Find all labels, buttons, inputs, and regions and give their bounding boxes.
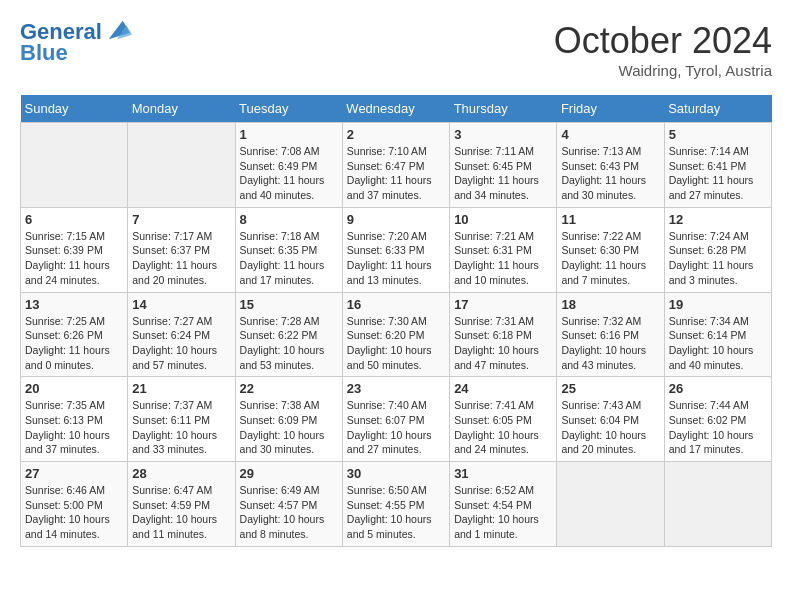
logo-icon (104, 16, 132, 44)
calendar-week-row: 27 Sunrise: 6:46 AMSunset: 5:00 PMDaylig… (21, 462, 772, 547)
calendar-cell: 18 Sunrise: 7:32 AMSunset: 6:16 PMDaylig… (557, 292, 664, 377)
calendar-cell: 2 Sunrise: 7:10 AMSunset: 6:47 PMDayligh… (342, 123, 449, 208)
day-info: Sunrise: 7:17 AMSunset: 6:37 PMDaylight:… (132, 229, 230, 288)
day-number: 28 (132, 466, 230, 481)
day-number: 26 (669, 381, 767, 396)
calendar-cell: 3 Sunrise: 7:11 AMSunset: 6:45 PMDayligh… (450, 123, 557, 208)
day-header-friday: Friday (557, 95, 664, 123)
day-header-monday: Monday (128, 95, 235, 123)
day-number: 23 (347, 381, 445, 396)
day-number: 3 (454, 127, 552, 142)
calendar-cell: 14 Sunrise: 7:27 AMSunset: 6:24 PMDaylig… (128, 292, 235, 377)
calendar-cell: 12 Sunrise: 7:24 AMSunset: 6:28 PMDaylig… (664, 207, 771, 292)
day-info: Sunrise: 7:20 AMSunset: 6:33 PMDaylight:… (347, 229, 445, 288)
calendar-cell: 19 Sunrise: 7:34 AMSunset: 6:14 PMDaylig… (664, 292, 771, 377)
day-info: Sunrise: 7:27 AMSunset: 6:24 PMDaylight:… (132, 314, 230, 373)
day-info: Sunrise: 7:38 AMSunset: 6:09 PMDaylight:… (240, 398, 338, 457)
day-number: 29 (240, 466, 338, 481)
calendar-cell: 25 Sunrise: 7:43 AMSunset: 6:04 PMDaylig… (557, 377, 664, 462)
calendar-cell: 20 Sunrise: 7:35 AMSunset: 6:13 PMDaylig… (21, 377, 128, 462)
day-info: Sunrise: 7:15 AMSunset: 6:39 PMDaylight:… (25, 229, 123, 288)
day-number: 31 (454, 466, 552, 481)
day-number: 11 (561, 212, 659, 227)
calendar-cell: 9 Sunrise: 7:20 AMSunset: 6:33 PMDayligh… (342, 207, 449, 292)
calendar-cell: 30 Sunrise: 6:50 AMSunset: 4:55 PMDaylig… (342, 462, 449, 547)
day-info: Sunrise: 7:13 AMSunset: 6:43 PMDaylight:… (561, 144, 659, 203)
day-number: 24 (454, 381, 552, 396)
day-header-tuesday: Tuesday (235, 95, 342, 123)
day-number: 17 (454, 297, 552, 312)
calendar-cell (664, 462, 771, 547)
day-number: 20 (25, 381, 123, 396)
day-header-thursday: Thursday (450, 95, 557, 123)
calendar-cell: 28 Sunrise: 6:47 AMSunset: 4:59 PMDaylig… (128, 462, 235, 547)
day-info: Sunrise: 6:49 AMSunset: 4:57 PMDaylight:… (240, 483, 338, 542)
day-info: Sunrise: 7:25 AMSunset: 6:26 PMDaylight:… (25, 314, 123, 373)
calendar-cell: 5 Sunrise: 7:14 AMSunset: 6:41 PMDayligh… (664, 123, 771, 208)
day-info: Sunrise: 6:50 AMSunset: 4:55 PMDaylight:… (347, 483, 445, 542)
day-number: 19 (669, 297, 767, 312)
day-info: Sunrise: 7:43 AMSunset: 6:04 PMDaylight:… (561, 398, 659, 457)
day-header-wednesday: Wednesday (342, 95, 449, 123)
location: Waidring, Tyrol, Austria (554, 62, 772, 79)
calendar-cell: 16 Sunrise: 7:30 AMSunset: 6:20 PMDaylig… (342, 292, 449, 377)
calendar-week-row: 6 Sunrise: 7:15 AMSunset: 6:39 PMDayligh… (21, 207, 772, 292)
calendar-cell: 17 Sunrise: 7:31 AMSunset: 6:18 PMDaylig… (450, 292, 557, 377)
calendar-cell: 27 Sunrise: 6:46 AMSunset: 5:00 PMDaylig… (21, 462, 128, 547)
day-info: Sunrise: 7:35 AMSunset: 6:13 PMDaylight:… (25, 398, 123, 457)
day-info: Sunrise: 7:11 AMSunset: 6:45 PMDaylight:… (454, 144, 552, 203)
day-number: 12 (669, 212, 767, 227)
page-header: General Blue October 2024 Waidring, Tyro… (20, 20, 772, 79)
calendar-cell: 1 Sunrise: 7:08 AMSunset: 6:49 PMDayligh… (235, 123, 342, 208)
day-info: Sunrise: 7:41 AMSunset: 6:05 PMDaylight:… (454, 398, 552, 457)
calendar-cell: 11 Sunrise: 7:22 AMSunset: 6:30 PMDaylig… (557, 207, 664, 292)
day-number: 15 (240, 297, 338, 312)
day-info: Sunrise: 7:10 AMSunset: 6:47 PMDaylight:… (347, 144, 445, 203)
calendar-cell: 24 Sunrise: 7:41 AMSunset: 6:05 PMDaylig… (450, 377, 557, 462)
day-number: 8 (240, 212, 338, 227)
day-info: Sunrise: 7:28 AMSunset: 6:22 PMDaylight:… (240, 314, 338, 373)
calendar-cell (21, 123, 128, 208)
day-number: 13 (25, 297, 123, 312)
day-number: 10 (454, 212, 552, 227)
day-info: Sunrise: 7:24 AMSunset: 6:28 PMDaylight:… (669, 229, 767, 288)
calendar-cell: 10 Sunrise: 7:21 AMSunset: 6:31 PMDaylig… (450, 207, 557, 292)
day-info: Sunrise: 7:18 AMSunset: 6:35 PMDaylight:… (240, 229, 338, 288)
calendar-week-row: 20 Sunrise: 7:35 AMSunset: 6:13 PMDaylig… (21, 377, 772, 462)
day-number: 27 (25, 466, 123, 481)
day-info: Sunrise: 7:30 AMSunset: 6:20 PMDaylight:… (347, 314, 445, 373)
day-info: Sunrise: 7:37 AMSunset: 6:11 PMDaylight:… (132, 398, 230, 457)
day-number: 16 (347, 297, 445, 312)
day-number: 22 (240, 381, 338, 396)
day-number: 2 (347, 127, 445, 142)
day-number: 25 (561, 381, 659, 396)
day-info: Sunrise: 7:40 AMSunset: 6:07 PMDaylight:… (347, 398, 445, 457)
day-number: 7 (132, 212, 230, 227)
calendar-cell: 31 Sunrise: 6:52 AMSunset: 4:54 PMDaylig… (450, 462, 557, 547)
calendar-cell: 8 Sunrise: 7:18 AMSunset: 6:35 PMDayligh… (235, 207, 342, 292)
calendar-week-row: 1 Sunrise: 7:08 AMSunset: 6:49 PMDayligh… (21, 123, 772, 208)
calendar-week-row: 13 Sunrise: 7:25 AMSunset: 6:26 PMDaylig… (21, 292, 772, 377)
day-info: Sunrise: 7:22 AMSunset: 6:30 PMDaylight:… (561, 229, 659, 288)
day-info: Sunrise: 6:52 AMSunset: 4:54 PMDaylight:… (454, 483, 552, 542)
calendar-cell: 13 Sunrise: 7:25 AMSunset: 6:26 PMDaylig… (21, 292, 128, 377)
day-number: 9 (347, 212, 445, 227)
title-block: October 2024 Waidring, Tyrol, Austria (554, 20, 772, 79)
logo: General Blue (20, 20, 132, 66)
month-title: October 2024 (554, 20, 772, 62)
day-number: 6 (25, 212, 123, 227)
day-info: Sunrise: 7:08 AMSunset: 6:49 PMDaylight:… (240, 144, 338, 203)
day-info: Sunrise: 6:47 AMSunset: 4:59 PMDaylight:… (132, 483, 230, 542)
day-number: 30 (347, 466, 445, 481)
day-number: 21 (132, 381, 230, 396)
calendar-cell: 23 Sunrise: 7:40 AMSunset: 6:07 PMDaylig… (342, 377, 449, 462)
calendar-cell: 26 Sunrise: 7:44 AMSunset: 6:02 PMDaylig… (664, 377, 771, 462)
day-info: Sunrise: 7:32 AMSunset: 6:16 PMDaylight:… (561, 314, 659, 373)
calendar-cell: 6 Sunrise: 7:15 AMSunset: 6:39 PMDayligh… (21, 207, 128, 292)
calendar-cell: 15 Sunrise: 7:28 AMSunset: 6:22 PMDaylig… (235, 292, 342, 377)
day-info: Sunrise: 7:34 AMSunset: 6:14 PMDaylight:… (669, 314, 767, 373)
calendar-cell: 29 Sunrise: 6:49 AMSunset: 4:57 PMDaylig… (235, 462, 342, 547)
calendar-cell: 7 Sunrise: 7:17 AMSunset: 6:37 PMDayligh… (128, 207, 235, 292)
calendar-header-row: SundayMondayTuesdayWednesdayThursdayFrid… (21, 95, 772, 123)
day-info: Sunrise: 7:21 AMSunset: 6:31 PMDaylight:… (454, 229, 552, 288)
